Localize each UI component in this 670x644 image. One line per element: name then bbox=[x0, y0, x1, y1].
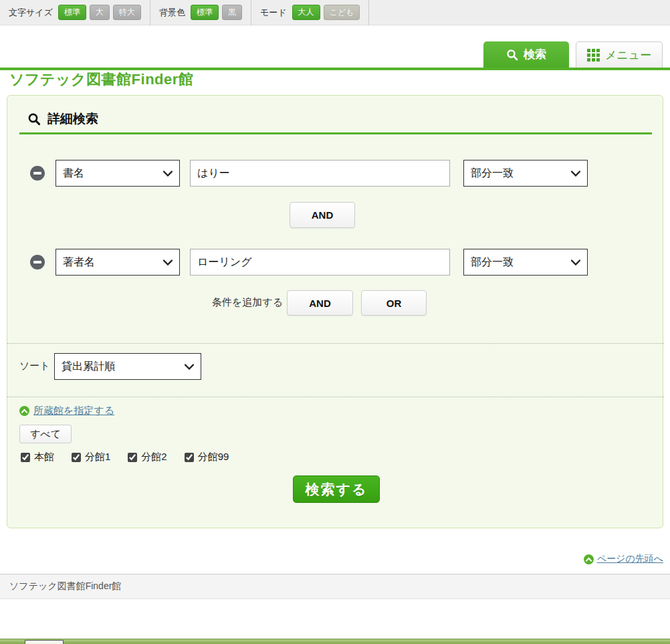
match-type-select[interactable]: 部分一致 bbox=[463, 249, 588, 276]
checkbox-label: 分館2 bbox=[141, 451, 166, 463]
page: 文字サイズ 標準 大 特大 背景色 標準 黒 モード 大人 こども ソフテック図… bbox=[0, 0, 670, 644]
search-icon bbox=[27, 112, 41, 126]
sort-label: ソート bbox=[19, 360, 50, 372]
font-size-label: 文字サイズ bbox=[9, 7, 53, 19]
bottom-cutoff-bar bbox=[0, 639, 670, 644]
chevron-down-icon bbox=[163, 171, 173, 177]
checkbox[interactable] bbox=[128, 453, 137, 462]
library-checkbox-bunkan2[interactable]: 分館2 bbox=[128, 451, 166, 463]
chevron-down-icon bbox=[185, 364, 194, 370]
remove-condition-icon[interactable] bbox=[30, 255, 45, 270]
mode-kids-button[interactable]: こども bbox=[324, 5, 360, 19]
library-checkbox-bunkan1[interactable]: 分館1 bbox=[72, 451, 110, 463]
add-condition-label: 条件を追加する bbox=[212, 296, 283, 309]
holdings-toggle-link-text[interactable]: 所蔵館を指定する bbox=[33, 405, 114, 417]
footer-site-name: ソフテック図書館Finder館 bbox=[9, 580, 121, 593]
tab-menu[interactable]: メニュー bbox=[576, 41, 663, 68]
checkbox[interactable] bbox=[72, 453, 81, 462]
remove-condition-icon[interactable] bbox=[30, 166, 45, 181]
font-size-standard-button[interactable]: 標準 bbox=[58, 5, 86, 19]
holdings-toggle-link[interactable]: 所蔵館を指定する bbox=[19, 405, 114, 417]
background-color-label: 背景色 bbox=[159, 7, 185, 19]
tab-search-label: 検索 bbox=[524, 47, 546, 62]
panel-title-underline bbox=[19, 132, 652, 134]
font-size-large-button[interactable]: 大 bbox=[90, 5, 110, 19]
chevron-down-icon bbox=[571, 171, 580, 177]
sort-select-value: 貸出累計順 bbox=[62, 360, 115, 374]
menu-grid-icon bbox=[587, 49, 600, 62]
accessibility-toolbar: 文字サイズ 標準 大 特大 背景色 標準 黒 モード 大人 こども bbox=[0, 0, 670, 25]
header: ソフテック図書館Finder館 bbox=[0, 25, 670, 70]
bottom-cutoff-element bbox=[25, 640, 64, 644]
footer: ソフテック図書館Finder館 bbox=[0, 574, 670, 599]
match-type-value: 部分一致 bbox=[471, 255, 514, 270]
chevron-down-icon bbox=[163, 259, 173, 265]
field-select[interactable]: 著者名 bbox=[55, 249, 180, 276]
match-type-value: 部分一致 bbox=[471, 167, 514, 181]
page-top-up-icon bbox=[584, 554, 594, 564]
bg-standard-button[interactable]: 標準 bbox=[191, 5, 219, 19]
search-submit-button[interactable]: 検索する bbox=[293, 475, 380, 503]
field-select-value: 書名 bbox=[63, 167, 84, 181]
sort-row: ソート 貸出累計順 bbox=[7, 353, 664, 380]
library-checkbox-honkan[interactable]: 本館 bbox=[21, 451, 54, 463]
mode-adult-button[interactable]: 大人 bbox=[292, 5, 320, 19]
header-accent-line bbox=[0, 68, 670, 70]
condition-row: 著者名 部分一致 bbox=[7, 249, 664, 276]
panel-title: 詳細検索 bbox=[27, 110, 98, 128]
match-type-select[interactable]: 部分一致 bbox=[463, 160, 588, 187]
sort-select[interactable]: 貸出累計順 bbox=[54, 353, 201, 380]
checkbox[interactable] bbox=[185, 453, 194, 462]
site-title: ソフテック図書館Finder館 bbox=[9, 70, 193, 90]
divider bbox=[7, 343, 664, 344]
font-size-group: 文字サイズ 標準 大 特大 bbox=[0, 0, 150, 25]
add-or-button[interactable]: OR bbox=[361, 290, 427, 316]
advanced-search-panel: 詳細検索 書名 部分一致 AND 著者名 bbox=[7, 95, 663, 528]
select-all-button[interactable]: すべて bbox=[19, 425, 72, 443]
mode-group: モード 大人 こども bbox=[251, 0, 368, 25]
library-checkbox-row: 本館 分館1 分館2 分館99 bbox=[21, 451, 229, 463]
keyword-input[interactable] bbox=[190, 249, 450, 276]
checkbox[interactable] bbox=[21, 453, 30, 462]
toolbar-separator bbox=[368, 0, 369, 25]
field-select-value: 著者名 bbox=[63, 255, 95, 270]
divider bbox=[7, 397, 664, 397]
checkbox-label: 分館99 bbox=[198, 451, 229, 463]
font-size-xlarge-button[interactable]: 特大 bbox=[113, 5, 141, 19]
tab-search[interactable]: 検索 bbox=[483, 41, 569, 68]
checkbox-label: 本館 bbox=[34, 451, 54, 463]
library-checkbox-bunkan99[interactable]: 分館99 bbox=[185, 451, 229, 463]
page-top-link-text[interactable]: ページの先頭へ bbox=[597, 553, 663, 565]
tab-menu-label: メニュー bbox=[605, 47, 651, 63]
mode-label: モード bbox=[260, 7, 287, 19]
background-color-group: 背景色 標準 黒 bbox=[150, 0, 251, 25]
panel-title-text: 詳細検索 bbox=[47, 110, 98, 128]
checkbox-label: 分館1 bbox=[85, 451, 110, 463]
page-top-link[interactable]: ページの先頭へ bbox=[584, 553, 663, 565]
collapse-up-icon bbox=[19, 406, 29, 416]
chevron-down-icon bbox=[571, 259, 580, 265]
search-icon bbox=[506, 49, 518, 61]
add-and-button[interactable]: AND bbox=[287, 290, 353, 316]
operator-and-button[interactable]: AND bbox=[290, 202, 355, 228]
bg-black-button[interactable]: 黒 bbox=[222, 5, 242, 19]
condition-row: 書名 部分一致 bbox=[7, 160, 664, 187]
keyword-input[interactable] bbox=[190, 160, 450, 187]
add-condition-row: 条件を追加する AND OR bbox=[7, 290, 664, 316]
field-select[interactable]: 書名 bbox=[55, 160, 180, 187]
